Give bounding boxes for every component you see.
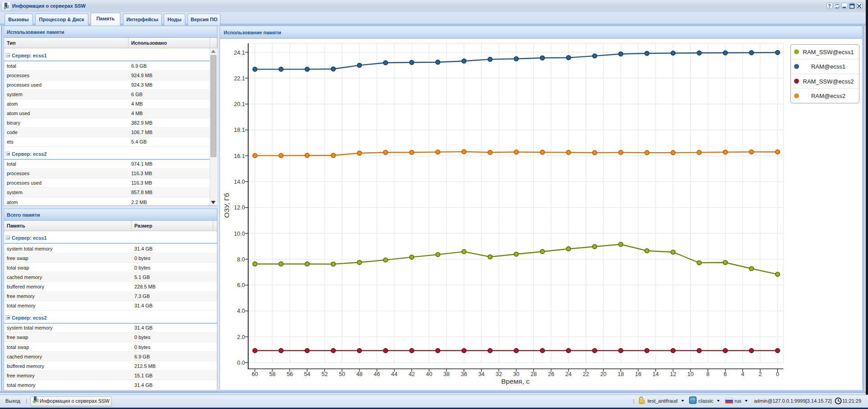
svg-text:26: 26 xyxy=(548,371,554,377)
svg-text:RAM_SSW@ecss2: RAM_SSW@ecss2 xyxy=(803,78,854,85)
svg-text:24: 24 xyxy=(565,371,572,377)
svg-text:42: 42 xyxy=(409,371,415,377)
svg-text:Время, с: Время, с xyxy=(501,377,530,385)
svg-text:10: 10 xyxy=(687,371,693,377)
svg-text:40: 40 xyxy=(426,371,432,377)
svg-text:6.0: 6.0 xyxy=(237,282,245,288)
svg-text:30: 30 xyxy=(513,371,519,377)
svg-text:24.1: 24.1 xyxy=(234,50,245,56)
svg-text:16.1: 16.1 xyxy=(234,153,245,159)
svg-text:48: 48 xyxy=(356,371,363,377)
svg-text:RAM@ecss2: RAM@ecss2 xyxy=(811,93,845,99)
svg-text:22: 22 xyxy=(583,371,589,377)
svg-text:4: 4 xyxy=(741,371,744,377)
svg-text:18: 18 xyxy=(618,371,624,377)
svg-text:52: 52 xyxy=(321,371,328,377)
svg-text:8: 8 xyxy=(706,371,709,377)
svg-text:RAM_SSW@ecss1: RAM_SSW@ecss1 xyxy=(803,49,854,56)
svg-text:54: 54 xyxy=(304,371,310,377)
svg-text:2: 2 xyxy=(758,371,762,377)
svg-text:22.1: 22.1 xyxy=(234,75,245,82)
svg-text:18.1: 18.1 xyxy=(234,127,245,133)
svg-text:2.0: 2.0 xyxy=(237,334,245,340)
svg-text:10.0: 10.0 xyxy=(234,231,245,237)
svg-text:58: 58 xyxy=(269,371,276,377)
svg-text:56: 56 xyxy=(287,371,293,377)
svg-text:?: ? xyxy=(828,4,831,9)
svg-text:46: 46 xyxy=(374,371,380,377)
svg-text:14.0: 14.0 xyxy=(234,179,245,185)
svg-text:20.1: 20.1 xyxy=(234,101,245,107)
svg-text:6: 6 xyxy=(724,371,727,377)
svg-text:14: 14 xyxy=(652,371,659,377)
svg-text:12.0: 12.0 xyxy=(234,204,245,211)
svg-text:34: 34 xyxy=(478,371,485,377)
svg-text:38: 38 xyxy=(443,371,450,377)
svg-text:RAM@ecss1: RAM@ecss1 xyxy=(811,63,845,70)
svg-text:50: 50 xyxy=(339,371,345,377)
svg-text:28: 28 xyxy=(531,371,537,377)
svg-text:20: 20 xyxy=(600,371,606,377)
svg-text:32: 32 xyxy=(496,371,502,377)
svg-text:8.0: 8.0 xyxy=(237,256,245,263)
svg-text:44: 44 xyxy=(391,371,397,377)
svg-text:16: 16 xyxy=(635,371,641,377)
svg-text:4.0: 4.0 xyxy=(237,308,245,314)
svg-text:0.0: 0.0 xyxy=(237,360,245,366)
svg-text:0: 0 xyxy=(776,371,779,377)
svg-text:12: 12 xyxy=(670,371,676,377)
svg-text:60: 60 xyxy=(252,371,258,377)
svg-text:ОЗУ, Гб: ОЗУ, Гб xyxy=(223,193,230,218)
svg-text:36: 36 xyxy=(461,371,467,377)
